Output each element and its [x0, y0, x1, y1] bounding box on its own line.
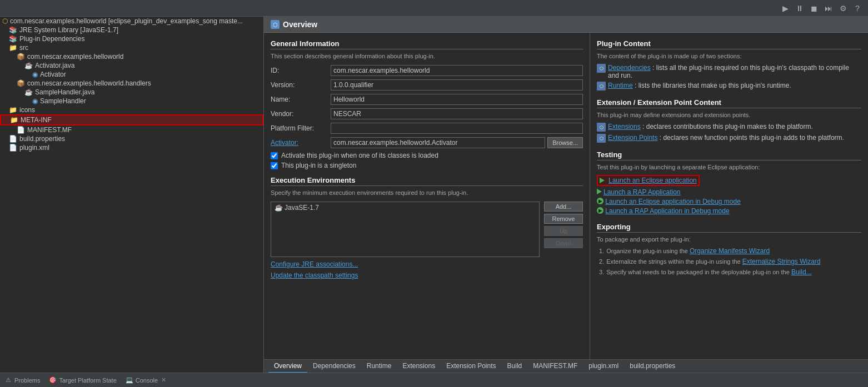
- activate-label: Activate this plug-in when one of its cl…: [281, 152, 438, 159]
- main-area: ⬡ com.nescar.examples.helloworld [eclips…: [0, 17, 868, 373]
- vendor-label: Vendor:: [271, 110, 326, 118]
- exec-env-header: Execution Environments: [271, 176, 583, 186]
- platform-row: Platform Filter:: [271, 123, 583, 134]
- toolbar-icons: ▶ ⏸ ◼ ⏭ ⚙ ?: [779, 2, 864, 14]
- version-row: Version:: [271, 79, 583, 91]
- tree-src[interactable]: 📁 src: [0, 43, 263, 52]
- extensions-rest: : declares contributions this plug-in ma…: [642, 123, 813, 130]
- tree-samplehandler-java[interactable]: ☕ SampleHandler.java: [0, 88, 263, 97]
- tree-build[interactable]: 📄 build.properties: [0, 134, 263, 143]
- stop-button[interactable]: ◼: [808, 2, 820, 14]
- name-label: Name:: [271, 96, 326, 103]
- target-platform-status[interactable]: 🎯 Target Platform State: [49, 376, 116, 384]
- target-icon: 🎯: [49, 376, 57, 384]
- launch-eclipse-link[interactable]: Launch an Eclipse application: [608, 177, 697, 184]
- tab-build-properties[interactable]: build.properties: [624, 360, 681, 373]
- tab-extensions[interactable]: Extensions: [397, 360, 441, 373]
- tree-activator[interactable]: ◉ Activator: [0, 70, 263, 79]
- tree-plugin-deps[interactable]: 📚 Plug-in Dependencies: [0, 34, 263, 43]
- tab-overview[interactable]: Overview: [268, 360, 307, 373]
- version-input[interactable]: [331, 79, 583, 91]
- settings-icon[interactable]: ⚙: [837, 2, 849, 14]
- runtime-rest: : lists the libraries that make up this …: [635, 82, 791, 89]
- plugin-content-desc: The content of the plug-in is made up of…: [597, 53, 861, 59]
- console-close[interactable]: ✕: [161, 376, 166, 384]
- testing-section: Testing Test this plug-in by launching a…: [597, 150, 861, 215]
- root-label: com.nescar.examples.helloworld [eclipse_…: [10, 17, 243, 25]
- skip-button[interactable]: ⏭: [822, 2, 835, 14]
- runtime-icon: ⬡: [597, 82, 606, 91]
- build-props-icon: 📄: [9, 135, 17, 143]
- tab-plugin-xml[interactable]: plugin.xml: [583, 360, 624, 373]
- run-button[interactable]: ▶: [779, 2, 791, 14]
- testing-header: Testing: [597, 150, 861, 160]
- tree-root[interactable]: ⬡ com.nescar.examples.helloworld [eclips…: [0, 17, 263, 26]
- src-label: src: [19, 44, 28, 52]
- jre-assoc-row: Configure JRE associations...: [271, 260, 583, 268]
- runtime-link[interactable]: Runtime: [608, 82, 633, 89]
- tree-manifest[interactable]: 📄 MANIFEST.MF: [0, 125, 263, 134]
- ext-points-link[interactable]: Extension Points: [608, 134, 657, 142]
- remove-env-button[interactable]: Remove: [544, 214, 583, 224]
- overview-icon: ⬡: [271, 20, 280, 29]
- vendor-input[interactable]: [331, 108, 583, 119]
- singleton-checkbox[interactable]: [271, 162, 278, 169]
- tab-extension-points[interactable]: Extension Points: [441, 360, 501, 373]
- tree-samplehandler[interactable]: ◉ SampleHandler: [0, 97, 263, 105]
- id-input[interactable]: [331, 65, 583, 76]
- tree-meta-inf[interactable]: 📁 META-INF: [0, 114, 263, 125]
- pause-button[interactable]: ⏸: [794, 2, 806, 14]
- tree-pkg2[interactable]: 📦 com.nescar.examples.helloworld.handler…: [0, 79, 263, 88]
- tab-dependencies[interactable]: Dependencies: [307, 360, 361, 373]
- tree-jre[interactable]: 📚 JRE System Library [JavaSE-1.7]: [0, 26, 263, 34]
- overview-body: General Information This section describ…: [264, 33, 868, 359]
- browse-button[interactable]: Browse...: [547, 137, 583, 148]
- tab-runtime[interactable]: Runtime: [361, 360, 397, 373]
- activator-label[interactable]: Activator:: [271, 139, 326, 147]
- classpath-link[interactable]: Update the classpath settings: [271, 272, 358, 279]
- activator-label: Activator: [40, 71, 66, 78]
- launch-rap-debug-item: ▶ Launch a RAP Application in Debug mode: [597, 207, 861, 215]
- library-icon: 📚: [9, 26, 17, 34]
- externalize-wizard-link[interactable]: Externalize Strings Wizard: [742, 258, 821, 265]
- exporting-section: Exporting To package and export the plug…: [597, 223, 861, 276]
- activator-input-group: Browse...: [331, 137, 583, 148]
- console-status[interactable]: 💻 Console ✕: [126, 376, 166, 384]
- tab-build[interactable]: Build: [502, 360, 528, 373]
- name-input[interactable]: [331, 94, 583, 105]
- platform-input[interactable]: [331, 123, 583, 134]
- tree-pkg[interactable]: 📦 com.nescar.examples.helloworld: [0, 52, 263, 61]
- extensions-icon: ⬡: [597, 123, 606, 132]
- build-link[interactable]: Build...: [791, 268, 812, 276]
- export-item-1: Organize the plug-in using the Organize …: [599, 247, 861, 255]
- launch-rap-debug-link[interactable]: Launch a RAP Application in Debug mode: [605, 207, 729, 215]
- launch-rap-link[interactable]: Launch a RAP Application: [603, 188, 681, 196]
- tree-plugin-xml[interactable]: 📄 plugin.xml: [0, 143, 263, 152]
- env-listbox[interactable]: ☕ JavaSE-1.7: [271, 202, 540, 257]
- organize-wizard-link[interactable]: Organize Manifests Wizard: [690, 247, 770, 255]
- tab-manifest-mf[interactable]: MANIFEST.MF: [527, 360, 583, 373]
- activate-checkbox[interactable]: [271, 152, 278, 159]
- tree-activator-java[interactable]: ☕ Activator.java: [0, 61, 263, 70]
- activator-input[interactable]: [331, 137, 545, 148]
- extensions-link[interactable]: Extensions: [608, 123, 641, 130]
- add-env-button[interactable]: Add...: [544, 202, 583, 212]
- ext-points-rest: : declares new function points this plug…: [660, 134, 844, 142]
- platform-label: Platform Filter:: [271, 124, 326, 132]
- jre-assoc-link[interactable]: Configure JRE associations...: [271, 260, 358, 268]
- launch-rap-play-icon: [597, 188, 603, 195]
- tree-icons[interactable]: 📁 icons: [0, 105, 263, 114]
- up-env-button[interactable]: Up: [544, 226, 583, 236]
- help-icon[interactable]: ?: [851, 2, 864, 14]
- icons-folder-icon: 📁: [9, 106, 17, 114]
- src-folder-icon: 📁: [9, 44, 17, 52]
- env-item-javase[interactable]: ☕ JavaSE-1.7: [271, 202, 539, 213]
- env-javase-label: JavaSE-1.7: [285, 204, 319, 212]
- meta-inf-folder-icon: 📁: [10, 116, 18, 124]
- singleton-label: This plug-in is a singleton: [281, 162, 356, 169]
- problems-status[interactable]: ⚠ Problems: [4, 376, 40, 384]
- down-env-button[interactable]: Down: [544, 238, 583, 248]
- dependencies-link[interactable]: Dependencies: [608, 64, 651, 72]
- dependencies-icon: ⬡: [597, 64, 606, 73]
- launch-eclipse-debug-link[interactable]: Launch an Eclipse application in Debug m…: [605, 198, 741, 205]
